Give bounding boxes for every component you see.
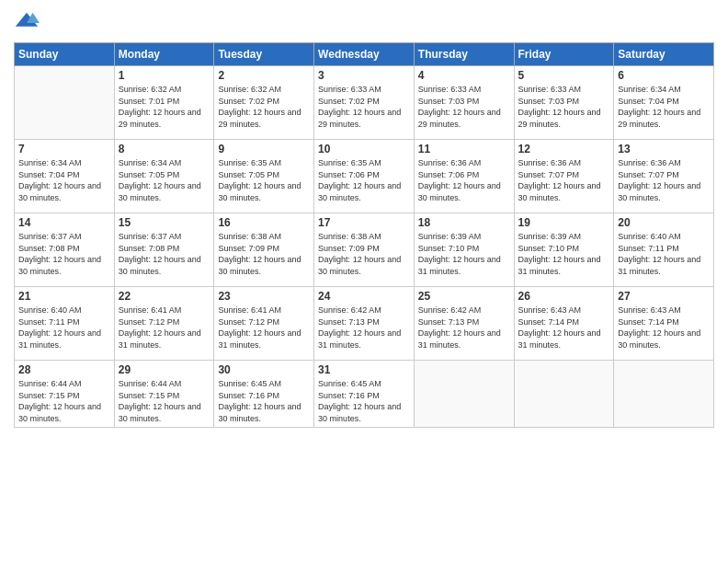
calendar-row-2: 7 Sunrise: 6:34 AM Sunset: 7:04 PM Dayli…: [15, 140, 714, 213]
weekday-header-tuesday: Tuesday: [214, 43, 314, 66]
cell-info: Sunrise: 6:42 AM Sunset: 7:13 PM Dayligh…: [318, 304, 410, 350]
day-number: 25: [418, 290, 510, 303]
day-number: 9: [218, 143, 310, 155]
calendar-table: SundayMondayTuesdayWednesdayThursdayFrid…: [14, 42, 714, 428]
calendar-cell: 24 Sunrise: 6:42 AM Sunset: 7:13 PM Dayl…: [314, 287, 415, 361]
day-number: 29: [119, 363, 210, 376]
calendar-cell: 2 Sunrise: 6:32 AM Sunset: 7:02 PM Dayli…: [214, 66, 314, 140]
calendar-cell: 13 Sunrise: 6:36 AM Sunset: 7:07 PM Dayl…: [614, 140, 714, 213]
page: SundayMondayTuesdayWednesdayThursdayFrid…: [0, 0, 728, 563]
calendar-cell: 27 Sunrise: 6:43 AM Sunset: 7:14 PM Dayl…: [614, 287, 714, 361]
calendar-cell: 10 Sunrise: 6:35 AM Sunset: 7:06 PM Dayl…: [314, 140, 415, 213]
calendar-cell: 23 Sunrise: 6:41 AM Sunset: 7:12 PM Dayl…: [214, 287, 314, 361]
calendar-row-5: 28 Sunrise: 6:44 AM Sunset: 7:15 PM Dayl…: [15, 361, 714, 428]
calendar-row-3: 14 Sunrise: 6:37 AM Sunset: 7:08 PM Dayl…: [15, 213, 714, 287]
calendar-cell: 31 Sunrise: 6:45 AM Sunset: 7:16 PM Dayl…: [314, 361, 415, 428]
calendar-cell: 5 Sunrise: 6:33 AM Sunset: 7:03 PM Dayli…: [514, 66, 614, 140]
day-number: 11: [418, 143, 510, 155]
calendar-cell: 16 Sunrise: 6:38 AM Sunset: 7:09 PM Dayl…: [214, 213, 314, 287]
cell-info: Sunrise: 6:33 AM Sunset: 7:03 PM Dayligh…: [518, 84, 610, 130]
day-number: 17: [318, 216, 410, 229]
calendar-cell: 15 Sunrise: 6:37 AM Sunset: 7:08 PM Dayl…: [114, 213, 214, 287]
calendar-cell: 22 Sunrise: 6:41 AM Sunset: 7:12 PM Dayl…: [114, 287, 214, 361]
day-number: 22: [119, 290, 210, 303]
weekday-header-monday: Monday: [114, 43, 214, 66]
cell-info: Sunrise: 6:32 AM Sunset: 7:01 PM Dayligh…: [119, 84, 210, 130]
calendar-cell: 19 Sunrise: 6:39 AM Sunset: 7:10 PM Dayl…: [514, 213, 614, 287]
calendar-cell: [514, 361, 614, 428]
day-number: 18: [418, 216, 510, 229]
calendar-cell: 26 Sunrise: 6:43 AM Sunset: 7:14 PM Dayl…: [514, 287, 614, 361]
weekday-header-thursday: Thursday: [414, 43, 514, 66]
cell-info: Sunrise: 6:35 AM Sunset: 7:06 PM Dayligh…: [318, 157, 410, 203]
cell-info: Sunrise: 6:39 AM Sunset: 7:10 PM Dayligh…: [418, 231, 510, 277]
cell-info: Sunrise: 6:40 AM Sunset: 7:11 PM Dayligh…: [618, 231, 710, 277]
cell-info: Sunrise: 6:36 AM Sunset: 7:07 PM Dayligh…: [618, 157, 710, 203]
cell-info: Sunrise: 6:37 AM Sunset: 7:08 PM Dayligh…: [18, 231, 110, 277]
day-number: 1: [119, 69, 210, 82]
cell-info: Sunrise: 6:43 AM Sunset: 7:14 PM Dayligh…: [618, 304, 710, 350]
calendar-cell: 29 Sunrise: 6:44 AM Sunset: 7:15 PM Dayl…: [114, 361, 214, 428]
weekday-header-sunday: Sunday: [15, 43, 115, 66]
day-number: 4: [418, 69, 510, 82]
day-number: 14: [18, 216, 110, 229]
cell-info: Sunrise: 6:32 AM Sunset: 7:02 PM Dayligh…: [218, 84, 310, 130]
cell-info: Sunrise: 6:39 AM Sunset: 7:10 PM Dayligh…: [518, 231, 610, 277]
calendar-cell: 11 Sunrise: 6:36 AM Sunset: 7:06 PM Dayl…: [414, 140, 514, 213]
day-number: 26: [518, 290, 610, 303]
day-number: 13: [618, 143, 710, 155]
logo: [14, 9, 43, 35]
cell-info: Sunrise: 6:44 AM Sunset: 7:15 PM Dayligh…: [119, 378, 210, 424]
day-number: 30: [218, 363, 310, 376]
day-number: 6: [618, 69, 710, 82]
cell-info: Sunrise: 6:38 AM Sunset: 7:09 PM Dayligh…: [318, 231, 410, 277]
calendar-cell: 7 Sunrise: 6:34 AM Sunset: 7:04 PM Dayli…: [15, 140, 115, 213]
calendar-cell: 3 Sunrise: 6:33 AM Sunset: 7:02 PM Dayli…: [314, 66, 415, 140]
calendar-cell: 9 Sunrise: 6:35 AM Sunset: 7:05 PM Dayli…: [214, 140, 314, 213]
day-number: 15: [119, 216, 210, 229]
logo-icon: [14, 9, 40, 35]
weekday-header-saturday: Saturday: [614, 43, 714, 66]
calendar-cell: 8 Sunrise: 6:34 AM Sunset: 7:05 PM Dayli…: [114, 140, 214, 213]
cell-info: Sunrise: 6:34 AM Sunset: 7:04 PM Dayligh…: [618, 84, 710, 130]
calendar-cell: 21 Sunrise: 6:40 AM Sunset: 7:11 PM Dayl…: [15, 287, 115, 361]
calendar-cell: 28 Sunrise: 6:44 AM Sunset: 7:15 PM Dayl…: [15, 361, 115, 428]
calendar-cell: [15, 66, 115, 140]
weekday-header-friday: Friday: [514, 43, 614, 66]
cell-info: Sunrise: 6:34 AM Sunset: 7:04 PM Dayligh…: [18, 157, 110, 203]
calendar-row-4: 21 Sunrise: 6:40 AM Sunset: 7:11 PM Dayl…: [15, 287, 714, 361]
cell-info: Sunrise: 6:34 AM Sunset: 7:05 PM Dayligh…: [119, 157, 210, 203]
calendar-cell: 17 Sunrise: 6:38 AM Sunset: 7:09 PM Dayl…: [314, 213, 415, 287]
cell-info: Sunrise: 6:42 AM Sunset: 7:13 PM Dayligh…: [418, 304, 510, 350]
calendar-cell: 12 Sunrise: 6:36 AM Sunset: 7:07 PM Dayl…: [514, 140, 614, 213]
calendar-cell: [614, 361, 714, 428]
header: [14, 9, 714, 35]
day-number: 3: [318, 69, 410, 82]
day-number: 12: [518, 143, 610, 155]
day-number: 24: [318, 290, 410, 303]
day-number: 16: [218, 216, 310, 229]
day-number: 19: [518, 216, 610, 229]
cell-info: Sunrise: 6:36 AM Sunset: 7:06 PM Dayligh…: [418, 157, 510, 203]
day-number: 21: [18, 290, 110, 303]
cell-info: Sunrise: 6:33 AM Sunset: 7:03 PM Dayligh…: [418, 84, 510, 130]
calendar-cell: 1 Sunrise: 6:32 AM Sunset: 7:01 PM Dayli…: [114, 66, 214, 140]
calendar-cell: 6 Sunrise: 6:34 AM Sunset: 7:04 PM Dayli…: [614, 66, 714, 140]
day-number: 27: [618, 290, 710, 303]
cell-info: Sunrise: 6:36 AM Sunset: 7:07 PM Dayligh…: [518, 157, 610, 203]
cell-info: Sunrise: 6:33 AM Sunset: 7:02 PM Dayligh…: [318, 84, 410, 130]
calendar-cell: 4 Sunrise: 6:33 AM Sunset: 7:03 PM Dayli…: [414, 66, 514, 140]
day-number: 20: [618, 216, 710, 229]
calendar-cell: 30 Sunrise: 6:45 AM Sunset: 7:16 PM Dayl…: [214, 361, 314, 428]
calendar-row-1: 1 Sunrise: 6:32 AM Sunset: 7:01 PM Dayli…: [15, 66, 714, 140]
day-number: 23: [218, 290, 310, 303]
weekday-header-row: SundayMondayTuesdayWednesdayThursdayFrid…: [15, 43, 714, 66]
day-number: 10: [318, 143, 410, 155]
day-number: 8: [119, 143, 210, 155]
day-number: 5: [518, 69, 610, 82]
calendar-cell: 14 Sunrise: 6:37 AM Sunset: 7:08 PM Dayl…: [15, 213, 115, 287]
cell-info: Sunrise: 6:43 AM Sunset: 7:14 PM Dayligh…: [518, 304, 610, 350]
day-number: 31: [318, 363, 410, 376]
cell-info: Sunrise: 6:41 AM Sunset: 7:12 PM Dayligh…: [119, 304, 210, 350]
cell-info: Sunrise: 6:45 AM Sunset: 7:16 PM Dayligh…: [318, 378, 410, 424]
